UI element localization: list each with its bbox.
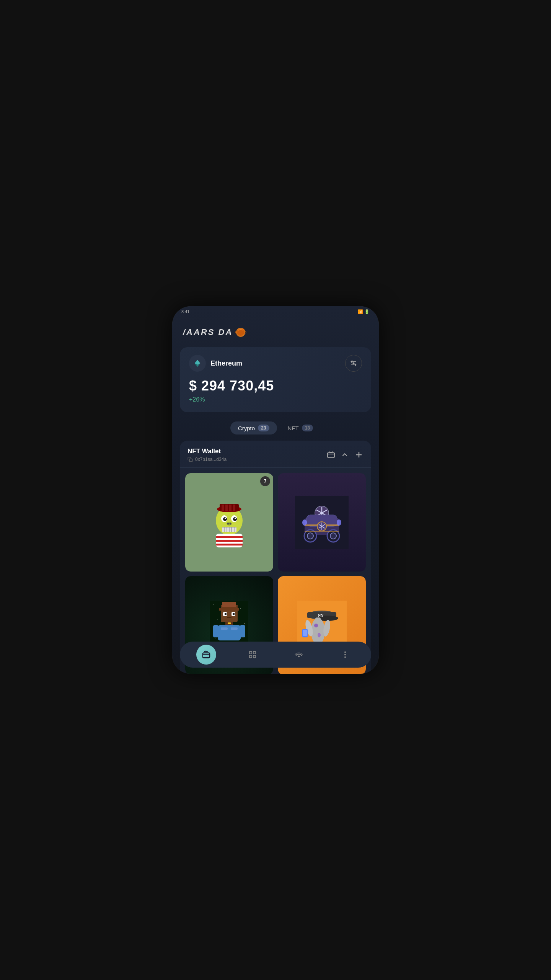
svg-rect-76 [240, 625, 245, 637]
nav-apps[interactable] [243, 645, 262, 665]
svg-rect-93 [249, 655, 251, 658]
balance-amount: $ 294 730,45 [189, 378, 362, 394]
nav-more[interactable] [335, 645, 355, 665]
svg-point-26 [235, 518, 236, 519]
svg-text:NY: NY [318, 613, 324, 617]
nft-image-galaxy [278, 473, 366, 572]
nft-item-galaxy[interactable]: Galaxy Box NFT [278, 473, 366, 572]
svg-rect-62 [222, 602, 236, 607]
svg-rect-19 [229, 505, 231, 511]
svg-point-57 [240, 608, 241, 609]
add-nft-icon[interactable] [354, 450, 364, 459]
apps-nav-icon [248, 650, 257, 659]
copy-icon[interactable] [187, 457, 193, 462]
bottom-navigation [180, 642, 371, 668]
phone-frame: 8:41 📶 🔋 /AARS DA [172, 306, 379, 674]
nft-wallet-header: NFT Wallet 0x7b1sa...d34a [180, 441, 371, 468]
more-nav-icon [341, 650, 349, 659]
galaxy-nft-art [295, 496, 349, 549]
svg-point-49 [330, 533, 336, 539]
svg-point-25 [225, 518, 226, 519]
tab-crypto-badge: 23 [258, 425, 269, 431]
wallet-action-icon[interactable] [327, 451, 335, 459]
svg-point-98 [344, 656, 346, 658]
nft-title-block: NFT Wallet 0x7b1sa...d34a [187, 448, 227, 462]
tab-nft[interactable]: NFT 13 [280, 421, 321, 434]
svg-point-96 [344, 652, 346, 653]
currency-info: Ethereum [189, 355, 242, 372]
nft-badge-count: 7 [260, 476, 270, 486]
collapse-icon[interactable] [341, 451, 349, 459]
svg-rect-67 [225, 613, 227, 615]
svg-rect-89 [315, 617, 321, 623]
card-top: Ethereum [189, 355, 362, 372]
svg-rect-10 [328, 453, 334, 458]
svg-point-53 [302, 519, 307, 526]
tab-crypto[interactable]: Crypto 23 [230, 421, 277, 434]
nft-item-ape[interactable]: 7 Mutant Ape Yacht... [185, 473, 273, 572]
logo-planet-icon [235, 327, 246, 338]
svg-point-60 [215, 639, 216, 639]
logo-text: /AARS DA [183, 327, 233, 337]
wallet-address-row: 0x7b1sa...d34a [187, 457, 227, 462]
svg-point-29 [230, 523, 231, 524]
currency-name: Ethereum [210, 359, 242, 368]
svg-rect-91 [249, 652, 251, 654]
tab-nft-badge: 13 [302, 425, 313, 431]
svg-rect-94 [253, 655, 255, 658]
tab-nft-label: NFT [288, 425, 299, 431]
svg-point-3 [243, 329, 244, 330]
svg-rect-92 [253, 652, 255, 654]
status-icons: 📶 🔋 [358, 309, 370, 314]
svg-rect-9 [189, 459, 192, 462]
svg-rect-73 [221, 627, 228, 630]
svg-rect-17 [222, 505, 224, 511]
header: /AARS DA [172, 314, 379, 344]
balance-change: +26% [189, 396, 362, 403]
ethereum-logo-icon [193, 359, 202, 368]
nav-wallet[interactable] [196, 645, 216, 665]
eth-icon [189, 355, 206, 372]
svg-rect-38 [216, 536, 243, 538]
status-time: 8:41 [181, 309, 189, 314]
svg-rect-71 [228, 622, 231, 624]
balance-card: Ethereum $ 294 730,45 +26% [180, 347, 371, 412]
swap-icon [350, 359, 357, 367]
tab-crypto-label: Crypto [238, 425, 255, 431]
nav-connect[interactable] [289, 645, 309, 665]
svg-rect-90 [202, 653, 209, 658]
connect-nav-icon [294, 651, 303, 658]
screen: 8:41 📶 🔋 /AARS DA [172, 306, 379, 674]
svg-point-87 [314, 624, 318, 627]
nft-image-ape: 7 [185, 473, 273, 572]
svg-rect-69 [227, 617, 231, 618]
svg-rect-20 [233, 505, 235, 511]
nft-section: NFT Wallet 0x7b1sa...d34a [180, 441, 371, 674]
tabs-row: Crypto 23 NFT 13 [172, 421, 379, 434]
svg-rect-68 [233, 613, 235, 615]
ape-nft-art [204, 498, 254, 547]
svg-rect-40 [216, 544, 243, 546]
status-bar: 8:41 📶 🔋 [172, 306, 379, 314]
svg-point-59 [244, 623, 245, 624]
svg-point-47 [307, 533, 313, 539]
svg-rect-18 [225, 505, 228, 511]
svg-point-58 [217, 619, 218, 620]
nft-wallet-title: NFT Wallet [187, 448, 227, 455]
wallet-nav-icon [202, 650, 210, 659]
svg-point-52 [337, 519, 341, 526]
wallet-address-text: 0x7b1sa...d34a [195, 457, 227, 462]
svg-point-56 [214, 604, 214, 605]
svg-rect-74 [231, 627, 238, 630]
nft-actions [327, 450, 364, 459]
svg-point-97 [344, 654, 346, 655]
svg-rect-39 [216, 540, 243, 542]
svg-point-28 [227, 523, 229, 524]
svg-rect-75 [213, 625, 218, 637]
swap-button[interactable] [345, 355, 362, 372]
svg-rect-86 [303, 630, 307, 636]
svg-point-95 [298, 655, 300, 657]
logo: /AARS DA [183, 327, 246, 338]
svg-rect-72 [218, 625, 241, 640]
svg-marker-6 [195, 360, 197, 365]
